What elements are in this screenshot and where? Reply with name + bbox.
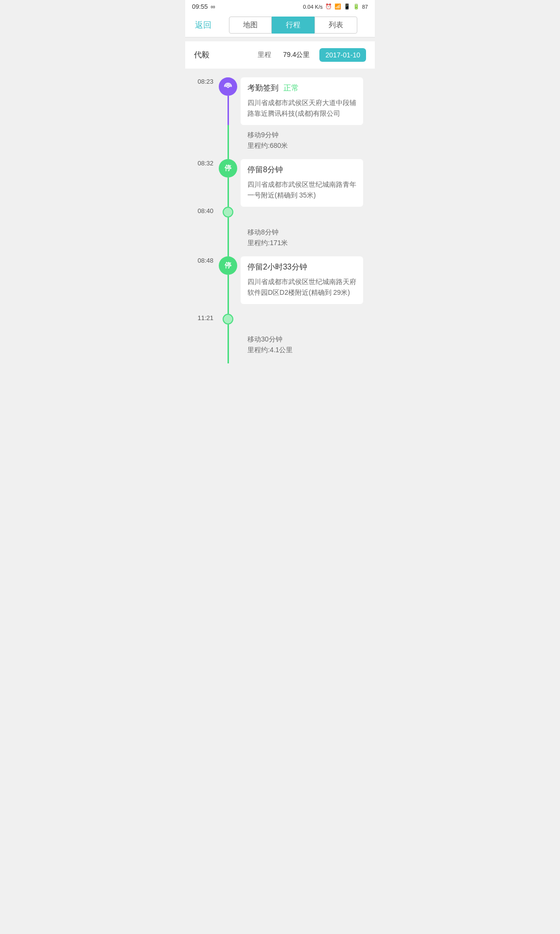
mileage-value: 79.4公里 <box>283 51 310 59</box>
back-button[interactable]: 返回 <box>190 19 216 31</box>
node-stop-2: 停 <box>218 256 238 314</box>
node-checkin <box>218 77 238 125</box>
nav-bar: 返回 地图 行程 列表 <box>185 13 375 37</box>
node-end-stop-1 <box>218 207 238 222</box>
line-movement-3 <box>218 329 238 363</box>
clock-icon: ⏰ <box>325 3 332 10</box>
status-speed: 0.04 K/s <box>303 4 322 10</box>
fingerprint-icon <box>219 77 237 96</box>
checkin-card: 考勤签到 正常 四川省成都市武侯区天府大道中段辅路靠近腾讯科技(成都)有限公司 <box>238 77 375 125</box>
time-11-21: 11:21 <box>185 314 218 322</box>
time-08-40: 08:40 <box>185 207 218 215</box>
line-movement-2 <box>218 222 238 256</box>
driver-name: 代毅 <box>194 50 210 60</box>
tab-list[interactable]: 列表 <box>315 17 357 34</box>
node-end-stop-2 <box>218 314 238 329</box>
time-08-48: 08:48 <box>185 256 218 264</box>
stop-2-card: 停留2小时33分钟 四川省成都市武侯区世纪城南路天府软件园D区D2楼附近(精确到… <box>238 256 375 304</box>
signal-icon: 📱 <box>344 3 350 10</box>
timeline: 08:23 考勤签到 <box>185 69 375 378</box>
date-badge: 2017-01-10 <box>319 48 366 62</box>
node-stop-1: 停 <box>218 159 238 207</box>
info-bar: 代毅 里程 79.4公里 2017-01-10 <box>185 41 375 69</box>
battery-icon: 🔋 <box>353 3 360 10</box>
status-time: 09:55 <box>192 3 208 10</box>
wifi-icon: 📶 <box>334 3 341 10</box>
mileage-label: 里程 <box>258 51 271 59</box>
nav-tabs: 地图 行程 列表 <box>216 17 370 34</box>
stop-1-card: 停留8分钟 四川省成都市武侯区世纪城南路青年一号附近(精确到 35米) <box>238 159 375 207</box>
movement-3: 移动30分钟 里程约:4.1公里 <box>238 329 375 363</box>
movement-2: 移动8分钟 里程约:171米 <box>238 222 375 256</box>
battery-level: 87 <box>362 4 368 10</box>
tab-map[interactable]: 地图 <box>229 17 272 34</box>
line-movement-1 <box>218 125 238 159</box>
tab-trip[interactable]: 行程 <box>272 17 315 34</box>
time-08-23: 08:23 <box>185 77 218 85</box>
status-loop-icon: ∞ <box>211 3 215 10</box>
status-bar: 09:55 ∞ 0.04 K/s ⏰ 📶 📱 🔋 87 <box>185 0 375 13</box>
movement-1: 移动9分钟 里程约:680米 <box>238 125 375 159</box>
time-08-32: 08:32 <box>185 159 218 167</box>
